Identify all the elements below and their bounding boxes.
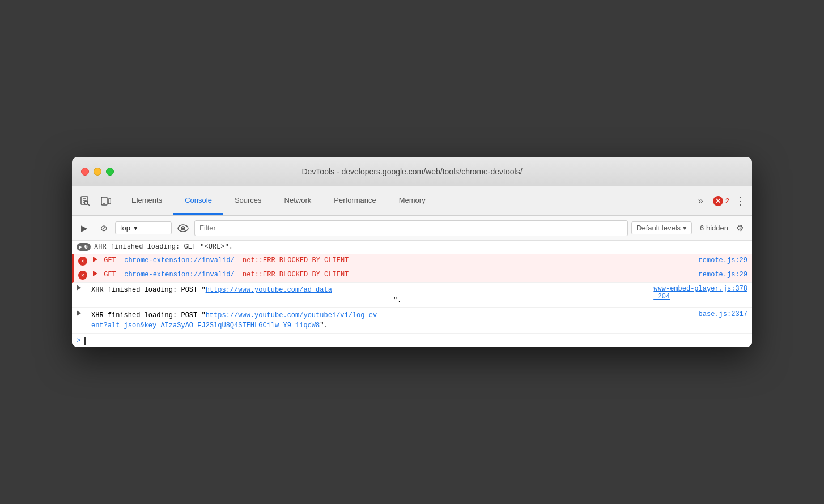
entry-prefix — [77, 285, 88, 291]
entry-prefix: ✕ — [78, 271, 90, 280]
tab-sources[interactable]: Sources — [223, 186, 273, 215]
filter-input[interactable] — [194, 220, 628, 236]
entry-content: XHR finished loading: GET "<URL>". — [94, 243, 747, 251]
expand-icon[interactable] — [93, 271, 97, 276]
url-link[interactable]: chrome-extension://invalid/ — [124, 257, 234, 264]
prompt-icon: > — [77, 336, 81, 345]
traffic-lights — [81, 168, 114, 176]
svg-rect-6 — [108, 199, 111, 204]
error-badge[interactable]: ✕ 2 — [713, 196, 729, 206]
log-message: XHR finished loading: POST "https://www.… — [91, 311, 377, 330]
error-text: net::ERR_BLOCKED_BY_CLIENT — [239, 257, 349, 264]
error-icon: ✕ — [78, 257, 87, 266]
inspect-icon[interactable] — [77, 192, 95, 210]
log-entry-xhr-2: XHR finished loading: POST "https://www.… — [72, 308, 752, 334]
hidden-count: 6 hidden — [700, 224, 728, 232]
toolbar-icons — [72, 186, 120, 215]
source-link[interactable]: www-embed-player.js:378 _204 — [653, 285, 747, 301]
entry-main: XHR finished loading: POST "https://www.… — [91, 285, 653, 305]
entry-prefix: ✕ — [78, 257, 90, 266]
tab-elements[interactable]: Elements — [120, 186, 173, 215]
url-link[interactable]: chrome-extension://invalid/ — [124, 271, 234, 279]
context-selector[interactable]: top ▾ — [115, 221, 172, 234]
tab-performance[interactable]: Performance — [322, 186, 387, 215]
entry-main: GET chrome-extension://invalid/ net::ERR… — [93, 257, 699, 264]
console-input-row: > — [72, 334, 752, 347]
log-entry-error-2: ✕ GET chrome-extension://invalid/ net::E… — [72, 268, 752, 283]
tab-bar: Elements Console Sources Network Perform… — [72, 186, 752, 216]
block-requests-button[interactable]: ⊘ — [96, 220, 112, 236]
log-message: XHR finished loading: GET "<URL>". — [94, 243, 747, 251]
expand-icon[interactable] — [77, 285, 81, 291]
log-levels-button[interactable]: Default levels ▾ — [631, 221, 692, 234]
entry-prefix: ▶ 6 — [77, 243, 91, 251]
svg-point-10 — [182, 227, 184, 229]
source-link[interactable]: remote.js:29 — [699, 271, 747, 279]
entry-content: GET chrome-extension://invalid/ net::ERR… — [93, 257, 747, 264]
url-link[interactable]: https://www.youtube.com/youtubei/v1/log_… — [91, 311, 377, 330]
count-badge: ▶ 6 — [77, 243, 91, 251]
entry-content: XHR finished loading: POST "https://www.… — [91, 285, 747, 305]
tab-console[interactable]: Console — [173, 186, 223, 215]
console-output: ▶ 6 XHR finished loading: GET "<URL>". ✕… — [72, 241, 752, 347]
entry-content: XHR finished loading: POST "https://www.… — [91, 310, 747, 331]
entry-main: XHR finished loading: POST "https://www.… — [91, 310, 699, 331]
log-entry-xhr-1: XHR finished loading: POST "https://www.… — [72, 283, 752, 308]
close-button[interactable] — [81, 168, 89, 176]
expand-icon[interactable] — [93, 257, 97, 262]
error-icon: ✕ — [78, 271, 87, 280]
console-cursor[interactable] — [84, 337, 86, 345]
console-toolbar: ▶ ⊘ top ▾ Default levels ▾ 6 hidden ⚙ — [72, 216, 752, 241]
tabs: Elements Console Sources Network Perform… — [120, 186, 694, 215]
url-link[interactable]: https://www.youtube.com/ad_data — [206, 286, 332, 294]
window-title: DevTools - developers.google.com/web/too… — [301, 167, 522, 176]
more-tabs-button[interactable]: » — [694, 186, 708, 215]
method-text: GET — [104, 271, 120, 279]
entry-prefix — [77, 310, 88, 316]
error-text: net::ERR_BLOCKED_BY_CLIENT — [239, 271, 349, 279]
log-entry: ▶ 6 XHR finished loading: GET "<URL>". — [72, 241, 752, 254]
tab-network[interactable]: Network — [273, 186, 323, 215]
log-entry-error-1: ✕ GET chrome-extension://invalid/ net::E… — [72, 254, 752, 268]
tab-memory[interactable]: Memory — [388, 186, 437, 215]
toolbar-right: ✕ 2 ⋮ — [708, 186, 752, 215]
error-icon: ✕ — [713, 196, 723, 206]
method-text: GET — [104, 257, 120, 264]
maximize-button[interactable] — [106, 168, 114, 176]
minimize-button[interactable] — [94, 168, 101, 176]
source-link[interactable]: remote.js:29 — [699, 257, 747, 264]
eye-icon[interactable] — [175, 220, 191, 236]
run-script-button[interactable]: ▶ — [77, 220, 92, 236]
titlebar: DevTools - developers.google.com/web/too… — [72, 157, 752, 186]
log-message: XHR finished loading: POST "https://www.… — [91, 286, 401, 304]
entry-main: GET chrome-extension://invalid/ net::ERR… — [93, 271, 699, 279]
svg-point-4 — [84, 201, 88, 204]
entry-content: GET chrome-extension://invalid/ net::ERR… — [93, 271, 747, 279]
devtools-menu-icon[interactable]: ⋮ — [733, 193, 747, 210]
source-link[interactable]: base.js:2317 — [699, 310, 747, 318]
expand-icon[interactable] — [77, 310, 81, 316]
device-icon[interactable] — [97, 192, 115, 210]
console-settings-icon[interactable]: ⚙ — [732, 220, 747, 236]
